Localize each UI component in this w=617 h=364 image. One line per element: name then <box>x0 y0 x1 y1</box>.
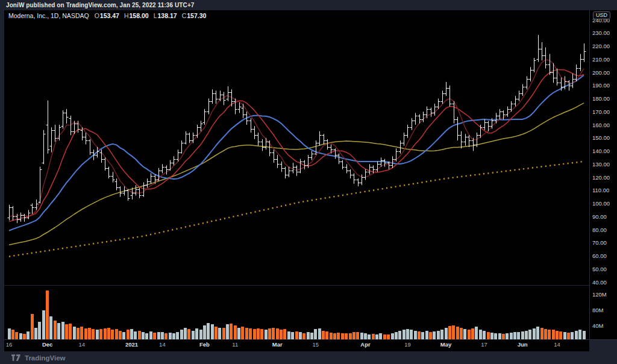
legend-ohlc-values: O153.47H158.00L138.17C157.30 <box>95 12 207 19</box>
time-tick-label: Dec <box>34 341 61 348</box>
price-tick-label: 120.00 <box>592 174 610 181</box>
time-tick-label: May <box>433 341 459 348</box>
currency-badge: USD <box>593 11 610 19</box>
price-tick-label: 220.00 <box>592 43 610 49</box>
ohlc-token: H158.00 <box>124 12 149 19</box>
volume-tick-label: 40M <box>592 322 603 329</box>
price-tick-label: 150.00 <box>592 134 610 141</box>
ohlc-token: C157.30 <box>182 12 207 19</box>
price-tick-label: 200.00 <box>592 69 610 76</box>
ohlc-token: L138.17 <box>154 12 177 19</box>
price-tick-label: 140.00 <box>592 148 610 154</box>
time-tick-label: 17 <box>471 341 498 348</box>
time-tick-label: Apr <box>352 341 378 348</box>
price-tick-label: 100.00 <box>592 200 610 207</box>
tradingview-logo-icon[interactable] <box>11 354 21 361</box>
volume-tick-label: 80M <box>592 307 603 313</box>
time-tick-label: 2021 <box>119 341 145 348</box>
time-tick-label: 14 <box>149 341 175 348</box>
publish-bar: JoniW published on TradingView.com, Jan … <box>0 0 617 10</box>
price-tick-label: 160.00 <box>592 122 610 128</box>
time-tick-label: Feb <box>191 341 218 348</box>
price-tick-label: 130.00 <box>592 161 610 168</box>
time-tick-label: Mar <box>264 341 290 348</box>
price-tick-label: 90.00 <box>592 213 607 220</box>
price-tick-label: 60.00 <box>592 253 607 259</box>
price-tick-label: 40.00 <box>592 279 607 286</box>
price-chart-canvas[interactable] <box>0 0 617 364</box>
price-tick-label: 80.00 <box>592 227 607 233</box>
time-axis[interactable]: 16Dec14202114Feb11Mar15Apr19May17Jun14 <box>0 340 589 351</box>
legend-symbol-title[interactable]: Moderna, Inc., 1D, NASDAQ <box>8 12 89 19</box>
price-tick-label: 70.00 <box>592 239 607 246</box>
time-tick-label: 14 <box>69 341 95 348</box>
publish-text: JoniW published on TradingView.com, Jan … <box>6 2 194 8</box>
footer-bar: TradingView <box>0 351 617 364</box>
time-tick-label: Jun <box>509 341 536 348</box>
time-tick-label: 15 <box>302 341 329 348</box>
ohlc-token: O153.47 <box>95 12 119 19</box>
time-tick-label: 14 <box>543 341 570 348</box>
price-tick-label: 230.00 <box>592 30 610 36</box>
price-axis[interactable]: 240.00230.00220.00210.00200.00190.00180.… <box>589 10 617 339</box>
time-tick-label: 16 <box>0 341 22 348</box>
price-tick-label: 50.00 <box>592 266 607 272</box>
price-tick-label: 190.00 <box>592 82 610 89</box>
time-tick-label: 19 <box>394 341 421 348</box>
time-tick-label: 11 <box>222 341 248 348</box>
tradingview-brand-text[interactable]: TradingView <box>25 354 66 362</box>
volume-tick-label: 120M <box>592 291 607 298</box>
price-tick-label: 180.00 <box>592 95 610 102</box>
price-tick-label: 170.00 <box>592 108 610 115</box>
chart-legend: Moderna, Inc., 1D, NASDAQ O153.47H158.00… <box>8 12 206 19</box>
price-tick-label: 110.00 <box>592 187 609 193</box>
price-tick-label: 210.00 <box>592 56 610 63</box>
